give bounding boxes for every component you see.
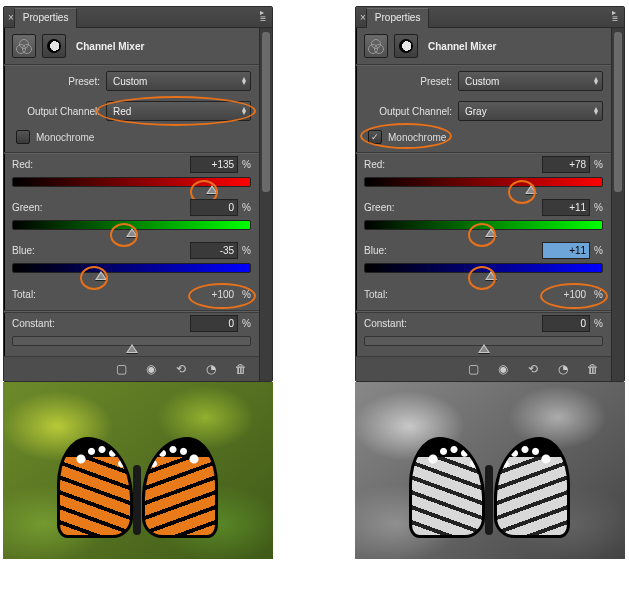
slider-thumb-icon[interactable] (95, 271, 107, 280)
slider-thumb-icon[interactable] (478, 344, 490, 353)
properties-panel-right: × Properties Channel Mixer Preset: (355, 6, 625, 382)
green-value-input[interactable] (190, 199, 238, 216)
constant-slider[interactable] (12, 336, 251, 346)
blue-value-input[interactable] (542, 242, 590, 259)
red-value-input[interactable] (542, 156, 590, 173)
red-label: Red: (12, 159, 33, 170)
panel-tab[interactable]: Properties (366, 8, 430, 28)
properties-panel-left: × Properties Channel Mixer Preset: (3, 6, 273, 382)
preview-image-bw (355, 382, 625, 559)
trash-icon[interactable]: 🗑 (583, 361, 603, 377)
preset-dropdown[interactable]: Custom▴▾ (106, 71, 251, 91)
monochrome-checkbox[interactable]: ✓ (368, 130, 382, 144)
clip-to-layer-icon[interactable]: ▢ (463, 361, 483, 377)
green-slider[interactable] (364, 220, 603, 230)
red-slider[interactable] (364, 177, 603, 187)
red-label: Red: (364, 159, 385, 170)
green-slider[interactable] (12, 220, 251, 230)
red-value-input[interactable] (190, 156, 238, 173)
visibility-icon[interactable]: ◔ (553, 361, 573, 377)
adjustment-title: Channel Mixer (72, 41, 144, 52)
adjustment-title: Channel Mixer (424, 41, 496, 52)
mask-icon[interactable] (394, 34, 418, 58)
total-label: Total: (364, 289, 388, 300)
preview-image-color (3, 382, 273, 559)
blue-label: Blue: (364, 245, 387, 256)
flyout-menu-icon[interactable] (260, 11, 268, 23)
reset-icon[interactable]: ⟲ (171, 361, 191, 377)
blue-label: Blue: (12, 245, 35, 256)
visibility-icon[interactable]: ◔ (201, 361, 221, 377)
adjustment-icon[interactable] (12, 34, 36, 58)
blue-slider[interactable] (12, 263, 251, 273)
slider-thumb-icon[interactable] (525, 185, 537, 194)
panel-tab[interactable]: Properties (14, 8, 78, 28)
green-label: Green: (12, 202, 43, 213)
monochrome-checkbox[interactable] (16, 130, 30, 144)
clip-to-layer-icon[interactable]: ▢ (111, 361, 131, 377)
output-channel-dropdown[interactable]: Red▴▾ (106, 101, 251, 121)
green-label: Green: (364, 202, 395, 213)
slider-thumb-icon[interactable] (206, 185, 218, 194)
adjustment-icon[interactable] (364, 34, 388, 58)
constant-label: Constant: (364, 318, 407, 329)
total-value: +100 (212, 289, 239, 300)
constant-slider[interactable] (364, 336, 603, 346)
scrollbar[interactable] (259, 28, 272, 381)
view-previous-icon[interactable]: ◉ (493, 361, 513, 377)
constant-value-input[interactable] (542, 315, 590, 332)
slider-thumb-icon[interactable] (485, 228, 497, 237)
total-value: +100 (564, 289, 591, 300)
slider-thumb-icon[interactable] (126, 228, 138, 237)
scrollbar[interactable] (611, 28, 624, 381)
preset-label: Preset: (12, 76, 100, 87)
constant-label: Constant: (12, 318, 55, 329)
constant-value-input[interactable] (190, 315, 238, 332)
mask-icon[interactable] (42, 34, 66, 58)
red-slider[interactable] (12, 177, 251, 187)
blue-slider[interactable] (364, 263, 603, 273)
trash-icon[interactable]: 🗑 (231, 361, 251, 377)
output-channel-label: Output Channel: (12, 106, 100, 117)
total-label: Total: (12, 289, 36, 300)
flyout-menu-icon[interactable] (612, 11, 620, 23)
monochrome-label: Monochrome (388, 132, 446, 143)
slider-thumb-icon[interactable] (485, 271, 497, 280)
blue-value-input[interactable] (190, 242, 238, 259)
monochrome-label: Monochrome (36, 132, 94, 143)
green-value-input[interactable] (542, 199, 590, 216)
output-channel-label: Output Channel: (364, 106, 452, 117)
preset-label: Preset: (364, 76, 452, 87)
view-previous-icon[interactable]: ◉ (141, 361, 161, 377)
reset-icon[interactable]: ⟲ (523, 361, 543, 377)
output-channel-dropdown[interactable]: Gray▴▾ (458, 101, 603, 121)
slider-thumb-icon[interactable] (126, 344, 138, 353)
preset-dropdown[interactable]: Custom▴▾ (458, 71, 603, 91)
